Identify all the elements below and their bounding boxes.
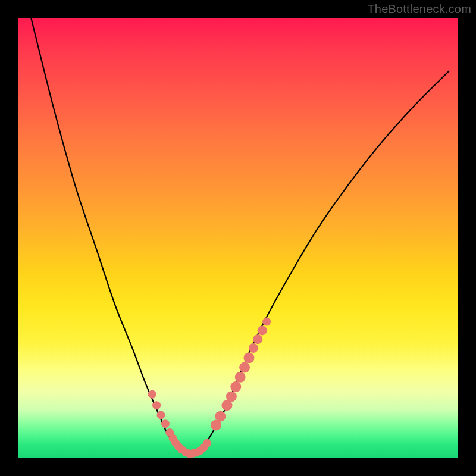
marker-group-valley — [182, 439, 212, 458]
marker-group-right — [211, 318, 271, 431]
chart-frame: TheBottleneck.com — [0, 0, 476, 476]
data-marker — [249, 343, 258, 353]
marker-group-left — [148, 390, 186, 454]
data-marker — [161, 419, 170, 428]
watermark-text: TheBottleneck.com — [367, 2, 471, 16]
data-marker — [244, 352, 255, 363]
data-marker — [215, 411, 226, 422]
data-marker — [226, 391, 237, 402]
data-marker — [152, 401, 161, 409]
plot-area — [18, 18, 458, 458]
data-marker — [262, 318, 271, 326]
data-marker — [230, 381, 241, 392]
data-marker — [148, 390, 156, 399]
data-marker — [253, 334, 262, 344]
data-marker — [235, 372, 246, 383]
data-marker — [157, 411, 165, 419]
data-marker — [203, 439, 211, 447]
data-marker — [258, 325, 267, 335]
data-marker — [239, 362, 250, 373]
chart-svg — [18, 18, 458, 458]
